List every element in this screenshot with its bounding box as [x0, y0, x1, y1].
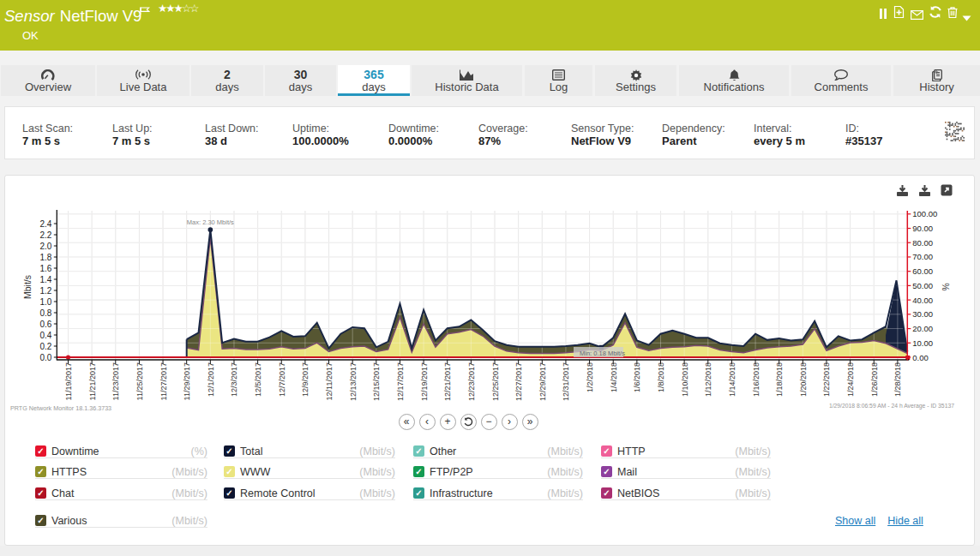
svg-text:100.00: 100.00 [912, 209, 937, 218]
svg-text:Mbit/s: Mbit/s [22, 275, 33, 299]
svg-text:12/15/2017: 12/15/2017 [372, 362, 381, 401]
svg-text:0.8: 0.8 [39, 308, 51, 318]
svg-text:11/25/2017: 11/25/2017 [135, 362, 144, 400]
svg-text:Max: 2.30 Mbit/s: Max: 2.30 Mbit/s [187, 218, 234, 226]
svg-text:0.00: 0.00 [912, 353, 929, 362]
svg-text:0.2: 0.2 [39, 342, 51, 351]
svg-text:12/13/2017: 12/13/2017 [349, 362, 358, 401]
svg-text:0.4: 0.4 [39, 331, 51, 340]
svg-text:2.0: 2.0 [39, 242, 51, 251]
svg-text:60.00: 60.00 [912, 266, 933, 276]
svg-text:1/26/2018: 1/26/2018 [870, 362, 879, 397]
svg-text:30.00: 30.00 [912, 309, 933, 319]
svg-text:12/19/2017: 12/19/2017 [420, 362, 429, 401]
svg-text:%: % [941, 283, 951, 290]
svg-text:0.6: 0.6 [39, 320, 51, 329]
svg-text:0.0: 0.0 [39, 353, 51, 362]
svg-text:1/16/2018: 1/16/2018 [752, 362, 761, 397]
svg-text:12/9/2017: 12/9/2017 [301, 362, 310, 397]
svg-text:12/23/2017: 12/23/2017 [467, 362, 476, 401]
svg-text:11/19/2017: 11/19/2017 [64, 362, 73, 400]
svg-text:1/18/2018: 1/18/2018 [775, 362, 784, 397]
svg-text:11/23/2017: 11/23/2017 [111, 362, 120, 400]
svg-text:12/3/2017: 12/3/2017 [230, 362, 238, 397]
svg-text:20.00: 20.00 [912, 324, 933, 333]
svg-text:12/27/2017: 12/27/2017 [514, 362, 523, 401]
svg-text:12/29/2017: 12/29/2017 [538, 362, 547, 401]
svg-text:1/10/2018: 1/10/2018 [681, 362, 689, 397]
svg-text:1/20/2018: 1/20/2018 [799, 362, 808, 397]
svg-text:40.00: 40.00 [912, 296, 933, 305]
svg-text:12/17/2017: 12/17/2017 [396, 362, 405, 401]
svg-text:12/31/2017: 12/31/2017 [562, 362, 570, 401]
svg-text:1/24/2018: 1/24/2018 [846, 362, 855, 397]
svg-text:12/11/2017: 12/11/2017 [325, 362, 334, 400]
svg-text:80.00: 80.00 [912, 238, 933, 248]
svg-text:1.6: 1.6 [39, 264, 51, 273]
svg-text:PRTG Network Monitor 18.1.36.3: PRTG Network Monitor 18.1.36.3733 [10, 404, 111, 412]
svg-text:1/22/2018: 1/22/2018 [822, 362, 831, 397]
svg-text:1/28/2018: 1/28/2018 [893, 362, 902, 397]
svg-text:1/4/2018: 1/4/2018 [610, 362, 618, 392]
svg-text:1/2/2018: 1/2/2018 [586, 362, 594, 392]
svg-text:12/5/2017: 12/5/2017 [254, 362, 262, 397]
svg-text:1/8/2018: 1/8/2018 [657, 362, 665, 392]
svg-text:1/6/2018: 1/6/2018 [633, 362, 641, 392]
svg-text:50.00: 50.00 [912, 281, 933, 290]
svg-text:11/21/2017: 11/21/2017 [88, 362, 97, 400]
svg-text:1/29/2018 8:06:59 AM - 24 h Av: 1/29/2018 8:06:59 AM - 24 h Average - ID… [829, 403, 954, 410]
svg-text:1/12/2018: 1/12/2018 [704, 362, 712, 397]
svg-text:1.2: 1.2 [39, 286, 51, 296]
svg-text:1/14/2018: 1/14/2018 [728, 362, 737, 397]
svg-text:1.4: 1.4 [39, 275, 51, 284]
svg-text:90.00: 90.00 [912, 224, 933, 233]
svg-text:11/27/2017: 11/27/2017 [159, 362, 168, 400]
svg-text:1.0: 1.0 [39, 297, 51, 307]
svg-text:12/7/2017: 12/7/2017 [278, 362, 286, 397]
svg-text:2.4: 2.4 [39, 219, 51, 229]
svg-text:12/1/2017: 12/1/2017 [207, 362, 215, 397]
svg-text:10.00: 10.00 [912, 338, 933, 348]
svg-text:1.8: 1.8 [39, 253, 51, 262]
svg-text:Min: 0.18 Mbit/s: Min: 0.18 Mbit/s [580, 350, 625, 357]
svg-text:12/21/2017: 12/21/2017 [443, 362, 452, 401]
svg-text:2.2: 2.2 [39, 230, 51, 240]
svg-text:12/25/2017: 12/25/2017 [491, 362, 500, 401]
svg-text:11/29/2017: 11/29/2017 [183, 362, 191, 400]
svg-text:70.00: 70.00 [912, 252, 933, 261]
